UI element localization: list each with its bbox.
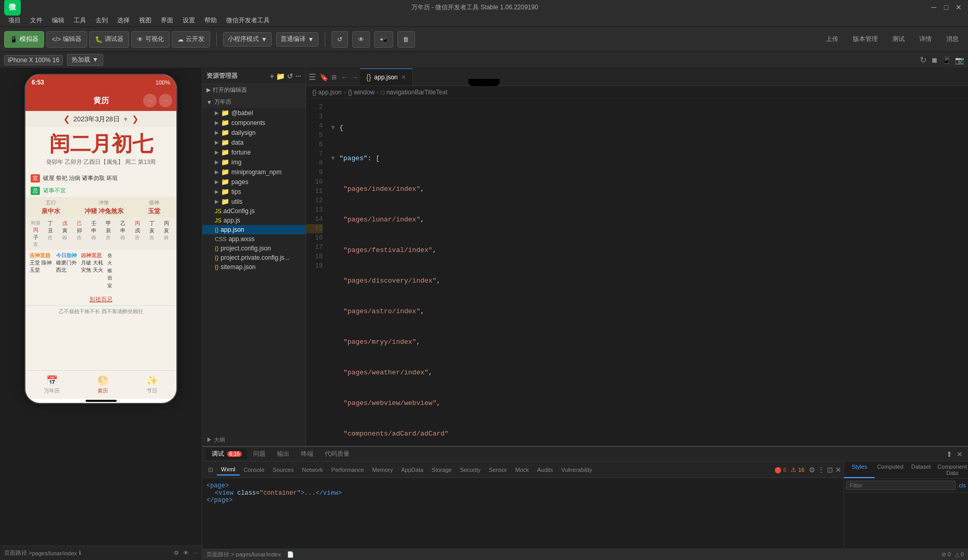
- dt-tab-sensor[interactable]: Sensor: [485, 465, 511, 475]
- dr-tab-component-data[interactable]: Component Data: [936, 461, 968, 478]
- tree-item-data[interactable]: ▶ 📁 data: [202, 137, 306, 147]
- tree-item-project-config[interactable]: {} project.config.json: [202, 244, 306, 253]
- phone-tab-calendar[interactable]: 📅 万年历: [40, 373, 64, 397]
- device-select[interactable]: iPhone X 100% 16: [4, 55, 63, 65]
- more-icon[interactable]: ···: [193, 550, 198, 556]
- fold-icon-1[interactable]: ▼: [331, 123, 339, 133]
- dt-tab-sources[interactable]: Sources: [269, 465, 298, 475]
- menu-help[interactable]: 帮助: [200, 15, 221, 26]
- open-editors-section[interactable]: ▶ 打开的编辑器: [202, 84, 306, 96]
- compile-dropdown[interactable]: 普通编译 ▼: [276, 32, 319, 47]
- window-controls[interactable]: ─ □ ✕: [929, 2, 964, 12]
- nav-forward-icon[interactable]: →: [350, 68, 360, 86]
- debug-tab-problems[interactable]: 问题: [248, 449, 271, 459]
- dt-tab-memory[interactable]: Memory: [368, 465, 397, 475]
- refresh-tree-icon[interactable]: ↺: [287, 72, 293, 80]
- devtools-detach-icon[interactable]: ⊡: [827, 466, 833, 474]
- tree-item-dailysign[interactable]: ▶ 📁 dailysign: [202, 128, 306, 137]
- dt-tab-performance[interactable]: Performance: [327, 465, 368, 475]
- eye-icon[interactable]: 👁: [183, 550, 189, 556]
- upload-tab[interactable]: 上传: [821, 33, 843, 46]
- tree-item-pages[interactable]: ▶ 📁 pages: [202, 177, 306, 187]
- bookmark-icon[interactable]: 🔖: [319, 68, 329, 86]
- devtools-more-icon[interactable]: ⋮: [818, 466, 825, 474]
- dt-tab-storage[interactable]: Storage: [427, 465, 456, 475]
- refresh-button[interactable]: ↺: [331, 31, 348, 48]
- debug-tab-terminal[interactable]: 终端: [296, 449, 319, 459]
- menu-edit[interactable]: 编辑: [48, 15, 68, 26]
- debug-tab-debug[interactable]: 调试 6,16: [206, 449, 247, 459]
- settings-icon[interactable]: ⚙: [174, 550, 179, 556]
- editor-tab-appjson[interactable]: {} app.json ✕: [360, 68, 413, 86]
- penzu-link[interactable]: 彭祖百忌: [25, 293, 176, 305]
- next-date-arrow[interactable]: ❯: [132, 114, 139, 124]
- menu-project[interactable]: 项目: [4, 15, 25, 26]
- clearcache-button[interactable]: 🗑: [397, 31, 415, 48]
- test-tab[interactable]: 测试: [887, 33, 910, 46]
- menu-view[interactable]: 视图: [135, 15, 156, 26]
- tree-item-appjs[interactable]: JS app.js: [202, 216, 306, 225]
- close-button[interactable]: ✕: [953, 2, 964, 12]
- tree-item-img[interactable]: ▶ 📁 img: [202, 157, 306, 167]
- tree-item-miniprogram-npm[interactable]: ▶ 📁 miniprogram_npm: [202, 167, 306, 177]
- menu-wechat-devtools[interactable]: 微信开发者工具: [222, 15, 274, 26]
- tree-item-appwxss[interactable]: CSS app.wxss: [202, 234, 306, 244]
- tree-item-fortune[interactable]: ▶ 📁 fortune: [202, 147, 306, 157]
- visualize-button[interactable]: 👁 可视化: [131, 31, 170, 48]
- cls-label[interactable]: .cls: [958, 482, 966, 488]
- phone-tab-festival[interactable]: ✨ 节日: [142, 373, 162, 397]
- editor-tab-close-icon[interactable]: ✕: [401, 74, 406, 81]
- version-tab[interactable]: 版本管理: [848, 33, 883, 46]
- bc-item-3[interactable]: □ navigationBarTitleText: [381, 89, 447, 96]
- nav-share-icon[interactable]: ⋯: [159, 94, 172, 107]
- menu-settings[interactable]: 设置: [178, 15, 199, 26]
- tree-item-project-private[interactable]: {} project.private.config.js...: [202, 253, 306, 262]
- styles-filter-input[interactable]: [846, 481, 956, 490]
- debug-panel-close-icon[interactable]: ✕: [956, 449, 964, 459]
- new-file-icon[interactable]: +: [270, 72, 274, 80]
- tree-item-utils[interactable]: ▶ 📁 utils: [202, 197, 306, 206]
- debugger-button[interactable]: 🐛 调试器: [89, 31, 129, 48]
- stop-icon[interactable]: ⏹: [931, 56, 938, 64]
- screenshot-icon[interactable]: 📷: [955, 56, 964, 64]
- menu-tools[interactable]: 工具: [70, 15, 90, 26]
- tree-item-sitemap[interactable]: {} sitemap.json: [202, 262, 306, 272]
- dr-tab-computed[interactable]: Computed: [875, 461, 905, 478]
- collapse-tree-icon[interactable]: ···: [295, 72, 301, 80]
- realtest-button[interactable]: 📲: [374, 31, 393, 48]
- dr-tab-styles[interactable]: Styles: [844, 461, 875, 478]
- devtools-close-icon[interactable]: ✕: [835, 466, 841, 474]
- prev-date-arrow[interactable]: ❮: [63, 114, 70, 124]
- rotate-icon[interactable]: ↻: [920, 55, 926, 65]
- debug-tab-quality[interactable]: 代码质量: [320, 449, 355, 459]
- devtools-expand-icon[interactable]: ⊡: [204, 466, 217, 473]
- nav-back-icon[interactable]: ←: [339, 68, 350, 86]
- dt-tab-appdata[interactable]: AppData: [397, 465, 427, 475]
- notification-tab[interactable]: 消息: [941, 33, 964, 46]
- tree-item-components[interactable]: ▶ 📁 components: [202, 118, 306, 128]
- menu-interface[interactable]: 界面: [157, 15, 177, 26]
- dt-tab-console[interactable]: Console: [240, 465, 269, 475]
- project-section[interactable]: ▼ 万年历: [202, 96, 306, 108]
- split-editor-icon[interactable]: ⊞: [329, 68, 339, 86]
- dt-tab-audits[interactable]: Audits: [533, 465, 558, 475]
- sidebar-toggle-icon[interactable]: ☰: [306, 68, 319, 86]
- debug-panel-expand-icon[interactable]: ⬆: [945, 449, 953, 459]
- bc-item-2[interactable]: {} window: [348, 89, 375, 96]
- new-folder-icon[interactable]: 📁: [276, 72, 285, 80]
- bc-item-1[interactable]: {} app.json: [312, 89, 342, 96]
- editor-button[interactable]: </> 编辑器: [46, 31, 87, 48]
- dt-tab-vulnerability[interactable]: Vulnerability: [557, 465, 597, 475]
- menu-goto[interactable]: 去到: [91, 15, 112, 26]
- detail-tab[interactable]: 详情: [914, 33, 937, 46]
- phone-icon[interactable]: 📱: [942, 56, 951, 64]
- nav-more-icon[interactable]: ···: [143, 94, 157, 107]
- minimize-button[interactable]: ─: [929, 2, 939, 12]
- hotreload-button[interactable]: 热加载 ▼: [67, 54, 103, 66]
- devtools-settings-icon[interactable]: ⚙: [809, 466, 815, 474]
- tree-item-babel[interactable]: ▶ 📁 @babel: [202, 108, 306, 118]
- phone-tab-huangli[interactable]: 🌕 黄历: [93, 373, 113, 397]
- menu-file[interactable]: 文件: [26, 15, 47, 26]
- debug-tab-output[interactable]: 输出: [272, 449, 295, 459]
- tree-item-appjson[interactable]: {} app.json: [202, 225, 306, 234]
